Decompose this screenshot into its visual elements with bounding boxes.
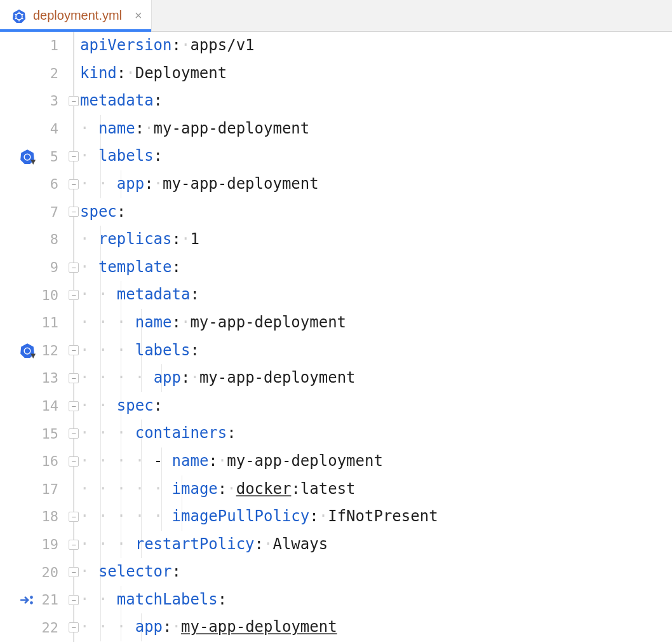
code-line[interactable]: · · metadata: bbox=[80, 281, 672, 309]
gutter-line: 7 bbox=[0, 198, 67, 226]
gutter-line: 17 bbox=[0, 475, 67, 503]
gutter-line: 5 bbox=[0, 142, 67, 170]
gutter-line: 20 bbox=[0, 558, 67, 586]
code-line[interactable]: · · · name:·my-app-deployment bbox=[80, 309, 672, 337]
fold-toggle[interactable]: − bbox=[69, 512, 79, 522]
line-number: 15 bbox=[37, 426, 58, 442]
gutter-line: 13 bbox=[0, 364, 67, 392]
code-line[interactable]: kind:·Deployment bbox=[80, 60, 672, 88]
code-line[interactable]: · name:·my-app-deployment bbox=[80, 115, 672, 143]
code-line[interactable]: · · matchLabels: bbox=[80, 586, 672, 614]
line-number: 8 bbox=[37, 231, 58, 247]
gutter-line: 11 bbox=[0, 309, 67, 337]
line-number: 20 bbox=[37, 564, 58, 580]
svg-point-15 bbox=[30, 601, 33, 604]
code-line[interactable]: · · app:·my-app-deployment bbox=[80, 170, 672, 198]
gutter-line: 8 bbox=[0, 226, 67, 254]
code-line[interactable]: · · · · · image:·docker:latest bbox=[80, 475, 672, 503]
file-tab[interactable]: deployment.yml × bbox=[0, 0, 152, 31]
fold-toggle[interactable]: − bbox=[69, 151, 79, 161]
code-line[interactable]: · replicas:·1 bbox=[80, 226, 672, 254]
line-number: 18 bbox=[37, 509, 58, 524]
line-number: 22 bbox=[37, 620, 58, 636]
fold-toggle[interactable]: − bbox=[69, 345, 79, 355]
line-number: 3 bbox=[37, 93, 58, 109]
code-line[interactable]: · · · app:·my-app-deployment bbox=[80, 613, 672, 641]
svg-point-14 bbox=[30, 596, 33, 599]
kubernetes-run-icon[interactable] bbox=[19, 342, 36, 359]
line-number: 19 bbox=[37, 536, 58, 552]
code-line[interactable]: · · · labels: bbox=[80, 337, 672, 365]
close-icon[interactable]: × bbox=[135, 8, 142, 23]
line-number: 12 bbox=[37, 343, 58, 359]
fold-toggle[interactable]: − bbox=[69, 622, 79, 632]
kubernetes-run-icon[interactable] bbox=[19, 148, 36, 165]
code-line[interactable]: · labels: bbox=[80, 142, 672, 170]
fold-column: −−−−−−−−−−−−−−−− bbox=[67, 32, 80, 642]
code-line[interactable]: metadata: bbox=[80, 87, 672, 115]
gutter-line: 3 bbox=[0, 87, 67, 115]
line-number: 14 bbox=[37, 398, 58, 414]
line-number: 4 bbox=[37, 121, 58, 137]
gutter-line: 9 bbox=[0, 254, 67, 282]
gutter-line: 22 bbox=[0, 613, 67, 641]
code-line[interactable]: · · · · app:·my-app-deployment bbox=[80, 364, 672, 392]
gutter-line: 21 bbox=[0, 586, 67, 614]
fold-toggle[interactable]: − bbox=[69, 373, 79, 383]
fold-toggle[interactable]: − bbox=[69, 567, 79, 577]
kubernetes-icon bbox=[11, 8, 27, 24]
gutter-line: 19 bbox=[0, 531, 67, 559]
fold-toggle[interactable]: − bbox=[69, 207, 79, 217]
gutter-line: 14 bbox=[0, 392, 67, 420]
line-number: 2 bbox=[37, 65, 58, 81]
gutter-line: 15 bbox=[0, 420, 67, 447]
fold-toggle[interactable]: − bbox=[69, 456, 79, 467]
editor-tabbar: deployment.yml × bbox=[0, 0, 672, 32]
line-number: 17 bbox=[37, 481, 58, 497]
code-area[interactable]: apiVersion:·apps/v1kind:·Deploymentmetad… bbox=[80, 32, 672, 642]
line-number: 10 bbox=[37, 287, 58, 303]
line-number: 6 bbox=[37, 176, 58, 192]
code-line[interactable]: apiVersion:·apps/v1 bbox=[80, 32, 672, 60]
fold-toggle[interactable]: − bbox=[69, 290, 79, 300]
line-number-gutter: 12345678910111213141516171819202122 bbox=[0, 32, 67, 642]
line-number: 13 bbox=[37, 370, 58, 386]
gutter-line: 18 bbox=[0, 503, 67, 531]
line-number: 16 bbox=[37, 453, 58, 469]
code-line[interactable]: · · · restartPolicy:·Always bbox=[80, 531, 672, 559]
code-line[interactable]: · · · containers: bbox=[80, 420, 672, 447]
code-line[interactable]: · template: bbox=[80, 254, 672, 282]
code-line[interactable]: · · spec: bbox=[80, 392, 672, 420]
arrow-breakpoint-icon[interactable] bbox=[19, 592, 36, 608]
line-number: 1 bbox=[37, 38, 58, 53]
gutter-line: 1 bbox=[0, 32, 67, 60]
tab-filename: deployment.yml bbox=[33, 8, 122, 23]
code-line[interactable]: · selector: bbox=[80, 558, 672, 586]
gutter-line: 10 bbox=[0, 281, 67, 309]
line-number: 5 bbox=[37, 149, 58, 165]
line-number: 9 bbox=[37, 259, 58, 275]
fold-toggle[interactable]: − bbox=[69, 540, 79, 550]
code-editor[interactable]: 12345678910111213141516171819202122 −−−−… bbox=[0, 32, 672, 642]
fold-toggle[interactable]: − bbox=[69, 595, 79, 605]
code-line[interactable]: · · · · - name:·my-app-deployment bbox=[80, 447, 672, 475]
fold-toggle[interactable]: − bbox=[69, 428, 79, 439]
code-line[interactable]: · · · · · imagePullPolicy:·IfNotPresent bbox=[80, 503, 672, 531]
code-line[interactable]: spec: bbox=[80, 198, 672, 226]
gutter-line: 4 bbox=[0, 115, 67, 143]
fold-toggle[interactable]: − bbox=[69, 179, 79, 189]
gutter-line: 12 bbox=[0, 337, 67, 365]
gutter-line: 16 bbox=[0, 447, 67, 475]
fold-toggle[interactable]: − bbox=[69, 96, 79, 106]
line-number: 11 bbox=[37, 315, 58, 331]
gutter-line: 6 bbox=[0, 170, 67, 198]
gutter-line: 2 bbox=[0, 60, 67, 88]
line-number: 7 bbox=[37, 204, 58, 220]
line-number: 21 bbox=[37, 592, 58, 608]
fold-toggle[interactable]: − bbox=[69, 401, 79, 411]
fold-toggle[interactable]: − bbox=[69, 263, 79, 273]
